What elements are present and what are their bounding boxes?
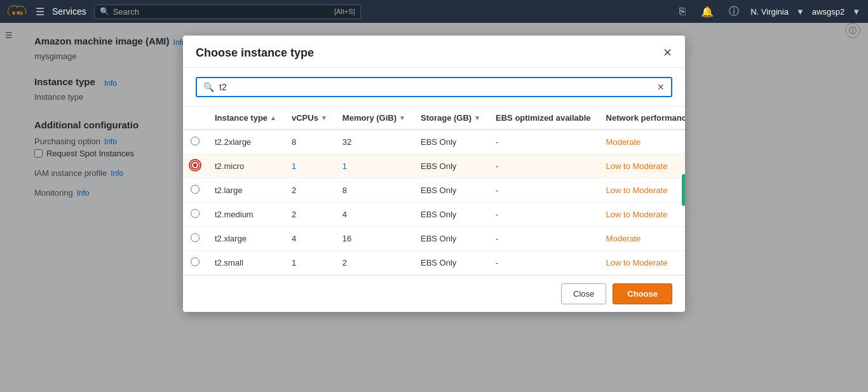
vcpus-cell: 1 — [284, 251, 335, 275]
radio-input[interactable] — [191, 137, 200, 145]
vcpus-cell: 8 — [284, 130, 335, 154]
memory-cell: 2 — [335, 251, 413, 275]
instance-type-table: Instance type ▲ vCPUs ▼ — [183, 107, 685, 275]
col-ebs: EBS optimized available — [488, 107, 599, 130]
col-memory[interactable]: Memory (GiB) ▼ — [335, 107, 413, 130]
network-cell: Low to Moderate — [599, 203, 685, 227]
radio-input[interactable] — [191, 185, 200, 194]
vcpus-sort-desc: ▼ — [321, 114, 327, 121]
choose-instance-modal: Choose instance type ✕ 🔍 ✕ Inst — [183, 36, 685, 312]
help-icon[interactable]: ⓘ — [729, 5, 739, 18]
radio-cell[interactable] — [183, 203, 207, 227]
col-network[interactable]: Network performance ▼ — [599, 107, 685, 130]
radio-cell[interactable] — [183, 251, 207, 275]
search-icon: 🔍 — [100, 7, 109, 16]
close-button[interactable]: Close — [561, 283, 606, 304]
table-row[interactable]: t2.large28EBS Only-Low to Moderate — [183, 179, 685, 203]
radio-input[interactable] — [191, 257, 200, 266]
radio-input[interactable] — [191, 209, 200, 218]
grid-icon[interactable]: ☰ — [36, 6, 44, 18]
table-row[interactable]: t2.2xlarge832EBS Only-Moderate — [183, 130, 685, 154]
instance-type-cell: t2.xlarge — [207, 227, 284, 251]
radio-cell[interactable] — [183, 154, 207, 179]
scroll-indicator — [682, 174, 685, 206]
user-menu[interactable]: awsgsp2 — [812, 7, 844, 17]
memory-cell: 1 — [335, 154, 413, 179]
radio-cell[interactable] — [183, 227, 207, 251]
terminal-icon[interactable]: ⎘ — [679, 6, 686, 17]
network-cell: Low to Moderate — [599, 251, 685, 275]
table-row[interactable]: t2.small12EBS Only-Low to Moderate — [183, 251, 685, 275]
modal-footer: Close Choose — [183, 275, 685, 312]
ebs-cell: - — [488, 154, 599, 179]
storage-cell: EBS Only — [413, 130, 488, 154]
modal-title: Choose instance type — [196, 46, 314, 60]
ebs-cell: - — [488, 251, 599, 275]
aws-logo — [8, 5, 28, 18]
memory-cell: 8 — [335, 179, 413, 203]
table-row[interactable]: t2.micro11EBS Only-Low to Moderate — [183, 154, 685, 179]
search-input[interactable] — [113, 7, 334, 17]
instance-type-cell: t2.2xlarge — [207, 130, 284, 154]
network-cell: Low to Moderate — [599, 154, 685, 179]
memory-cell: 16 — [335, 227, 413, 251]
storage-sort-desc: ▼ — [474, 114, 480, 121]
instance-type-cell: t2.medium — [207, 203, 284, 227]
network-cell: Moderate — [599, 227, 685, 251]
modal-search-bar: 🔍 ✕ — [196, 77, 672, 97]
ebs-cell: - — [488, 203, 599, 227]
region-selector[interactable]: N. Virginia — [750, 7, 789, 17]
instance-type-sort-asc: ▲ — [270, 114, 276, 121]
ebs-cell: - — [488, 227, 599, 251]
modal-search-clear-icon[interactable]: ✕ — [657, 82, 665, 92]
vcpus-cell: 2 — [284, 203, 335, 227]
memory-cell: 32 — [335, 130, 413, 154]
storage-cell: EBS Only — [413, 251, 488, 275]
col-vcpus[interactable]: vCPUs ▼ — [284, 107, 335, 130]
vcpus-cell: 4 — [284, 227, 335, 251]
storage-cell: EBS Only — [413, 227, 488, 251]
modal-close-icon[interactable]: ✕ — [663, 46, 672, 60]
col-storage[interactable]: Storage (GB) ▼ — [413, 107, 488, 130]
radio-input[interactable] — [191, 233, 200, 242]
storage-cell: EBS Only — [413, 154, 488, 179]
modal-overlay: Choose instance type ✕ 🔍 ✕ Inst — [0, 23, 868, 392]
modal-header: Choose instance type ✕ — [183, 36, 685, 68]
table-row[interactable]: t2.medium24EBS Only-Low to Moderate — [183, 203, 685, 227]
search-shortcut: [Alt+S] — [334, 8, 355, 15]
instance-type-cell: t2.small — [207, 251, 284, 275]
radio-selected[interactable] — [191, 161, 200, 170]
ebs-cell: - — [488, 179, 599, 203]
ebs-cell: - — [488, 130, 599, 154]
col-radio — [183, 107, 207, 130]
instance-type-table-container: Instance type ▲ vCPUs ▼ — [183, 106, 685, 275]
navbar: ☰ Services 🔍 [Alt+S] ⎘ 🔔 ⓘ N. Virginia ▼… — [0, 0, 868, 23]
services-label[interactable]: Services — [52, 6, 86, 17]
modal-search-section: 🔍 ✕ — [183, 68, 685, 106]
vcpus-cell: 2 — [284, 179, 335, 203]
instance-type-table-body: t2.2xlarge832EBS Only-Moderatet2.micro11… — [183, 130, 685, 275]
modal-search-icon: 🔍 — [203, 82, 214, 92]
network-cell: Low to Moderate — [599, 179, 685, 203]
instance-type-cell: t2.large — [207, 179, 284, 203]
table-header-row: Instance type ▲ vCPUs ▼ — [183, 107, 685, 130]
search-bar[interactable]: 🔍 [Alt+S] — [94, 4, 361, 19]
modal-search-input[interactable] — [219, 82, 657, 92]
table-row[interactable]: t2.xlarge416EBS Only-Moderate — [183, 227, 685, 251]
choose-button[interactable]: Choose — [613, 283, 672, 304]
storage-cell: EBS Only — [413, 179, 488, 203]
instance-type-cell: t2.micro — [207, 154, 284, 179]
radio-cell[interactable] — [183, 179, 207, 203]
col-instance-type[interactable]: Instance type ▲ — [207, 107, 284, 130]
memory-cell: 4 — [335, 203, 413, 227]
vcpus-cell: 1 — [284, 154, 335, 179]
bell-icon[interactable]: 🔔 — [701, 6, 714, 18]
memory-sort-desc: ▼ — [399, 114, 405, 121]
radio-cell[interactable] — [183, 130, 207, 154]
storage-cell: EBS Only — [413, 203, 488, 227]
network-cell: Moderate — [599, 130, 685, 154]
